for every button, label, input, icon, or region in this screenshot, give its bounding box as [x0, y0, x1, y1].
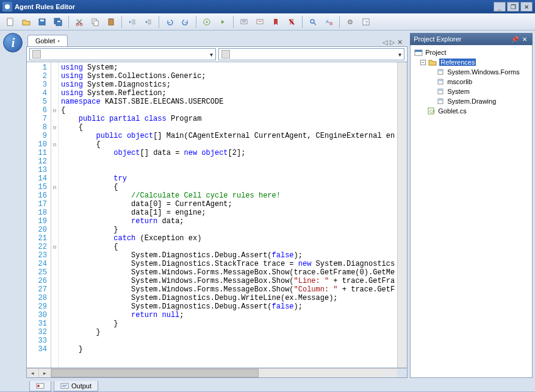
tree-reference-item[interactable]: System — [412, 87, 531, 96]
tab-close-button[interactable]: ✕ — [397, 38, 403, 46]
tab-modified-icon: • — [57, 37, 60, 45]
minimize-button[interactable]: _ — [494, 2, 506, 12]
tree-references-label: References — [439, 59, 476, 66]
member-combo[interactable] — [218, 48, 405, 60]
tree-reference-label: System.Windows.Forms — [447, 68, 520, 76]
tree-reference-label: mscorlib — [447, 78, 472, 85]
error-list-icon — [36, 382, 45, 390]
app-icon — [2, 2, 12, 12]
bottom-tab-output[interactable]: Output — [54, 381, 98, 391]
svg-rect-13 — [110, 18, 112, 20]
reference-icon — [436, 78, 445, 85]
panel-close-button[interactable]: ✕ — [520, 35, 529, 43]
svg-text:C#: C# — [429, 109, 435, 113]
save-all-button[interactable] — [51, 15, 65, 29]
svg-rect-40 — [438, 79, 443, 81]
svg-rect-7 — [57, 21, 60, 22]
svg-point-32 — [350, 21, 351, 23]
svg-point-48 — [37, 385, 40, 387]
settings-button[interactable] — [343, 15, 357, 29]
svg-point-0 — [5, 4, 10, 9]
folder-icon — [428, 59, 437, 66]
split-right-button[interactable]: ▸ — [39, 369, 51, 377]
tree-root-project[interactable]: Project — [412, 48, 531, 57]
indent-button[interactable] — [142, 15, 155, 29]
svg-text:B: B — [329, 21, 332, 26]
tree-reference-item[interactable]: mscorlib — [412, 77, 531, 87]
svg-rect-2 — [11, 18, 13, 20]
info-button[interactable]: i — [3, 33, 23, 52]
left-margin: i — [0, 30, 26, 378]
editor-tabs: Goblet • ◁ ▷ ✕ — [26, 33, 408, 46]
run-button-2[interactable] — [216, 15, 229, 29]
code-editor[interactable]: 1234567891011121314151617181920212223242… — [26, 62, 408, 368]
expand-icon[interactable]: − — [420, 60, 426, 65]
svg-rect-11 — [94, 21, 98, 26]
reference-icon — [436, 88, 445, 95]
vertical-scrollbar[interactable] — [397, 62, 407, 368]
tab-prev-button[interactable]: ◁ — [382, 38, 387, 46]
toolbar: AB ? — [0, 13, 535, 30]
comment-button[interactable] — [237, 15, 251, 29]
restore-button[interactable]: ❐ — [507, 2, 519, 12]
panel-pin-button[interactable]: 📌 — [511, 35, 519, 43]
reference-icon — [436, 98, 445, 105]
svg-rect-4 — [40, 20, 44, 21]
svg-rect-38 — [438, 69, 443, 71]
bookmark-clear-button[interactable] — [285, 15, 298, 29]
type-combo[interactable] — [29, 48, 216, 60]
output-icon — [60, 382, 69, 390]
svg-rect-42 — [438, 89, 443, 91]
horizontal-scrollbar[interactable] — [51, 369, 397, 377]
project-icon — [414, 49, 423, 56]
member-combo-icon — [221, 50, 230, 59]
cut-button[interactable] — [73, 15, 86, 29]
svg-line-28 — [314, 23, 316, 25]
tab-label: Goblet — [35, 37, 55, 45]
undo-button[interactable] — [163, 15, 176, 29]
project-tree[interactable]: Project − References System.Windows.Form… — [410, 45, 533, 378]
replace-button[interactable]: AB — [322, 15, 336, 29]
redo-button[interactable] — [179, 15, 192, 29]
open-button[interactable] — [20, 15, 33, 29]
svg-rect-49 — [61, 383, 68, 388]
tree-reference-label: System — [447, 88, 470, 95]
svg-rect-44 — [438, 99, 443, 101]
line-gutter: 1234567891011121314151617181920212223242… — [27, 62, 51, 368]
tree-reference-item[interactable]: System.Drawing — [412, 96, 531, 106]
bottom-tab-error[interactable] — [29, 381, 51, 391]
svg-text:?: ? — [365, 20, 368, 26]
outdent-button[interactable] — [126, 15, 139, 29]
tab-next-button[interactable]: ▷ — [390, 38, 395, 46]
svg-rect-36 — [415, 50, 422, 52]
run-button-1[interactable] — [200, 15, 214, 29]
tree-root-label: Project — [425, 49, 446, 56]
csharp-file-icon: C# — [427, 107, 436, 115]
bookmark-toggle-button[interactable] — [269, 15, 282, 29]
tree-reference-label: System.Drawing — [447, 98, 496, 105]
titlebar: Agent Rules Editor _ ❐ ✕ — [0, 0, 535, 13]
tree-references[interactable]: − References — [412, 57, 531, 67]
project-explorer-label: Project Explorer — [414, 35, 461, 43]
fold-column[interactable]: ⊟ ⊟ ⊟ ⊟ ⊟ — [51, 62, 59, 368]
save-button[interactable] — [35, 15, 49, 29]
find-button[interactable] — [306, 15, 320, 29]
split-left-button[interactable]: ◂ — [27, 369, 39, 377]
code-content[interactable]: using System;using System.Collections.Ge… — [59, 62, 397, 368]
type-combo-icon — [32, 50, 41, 59]
new-file-button[interactable] — [4, 15, 17, 29]
svg-rect-12 — [109, 19, 113, 25]
tree-reference-item[interactable]: System.Windows.Forms — [412, 67, 531, 77]
tree-file-label: Goblet.cs — [438, 107, 466, 115]
tab-goblet[interactable]: Goblet • — [27, 35, 68, 46]
help-button[interactable]: ? — [359, 15, 373, 29]
window-title: Agent Rules Editor — [15, 3, 494, 10]
bottom-tab-output-label: Output — [71, 382, 92, 390]
tree-file-goblet[interactable]: C# Goblet.cs — [412, 106, 531, 116]
project-explorer-title: Project Explorer 📌 ✕ — [410, 33, 533, 45]
paste-button[interactable] — [104, 15, 118, 29]
close-button[interactable]: ✕ — [520, 2, 533, 12]
uncomment-button[interactable] — [253, 15, 267, 29]
copy-button[interactable] — [88, 15, 102, 29]
bottom-tab-bar: Output — [0, 378, 535, 391]
